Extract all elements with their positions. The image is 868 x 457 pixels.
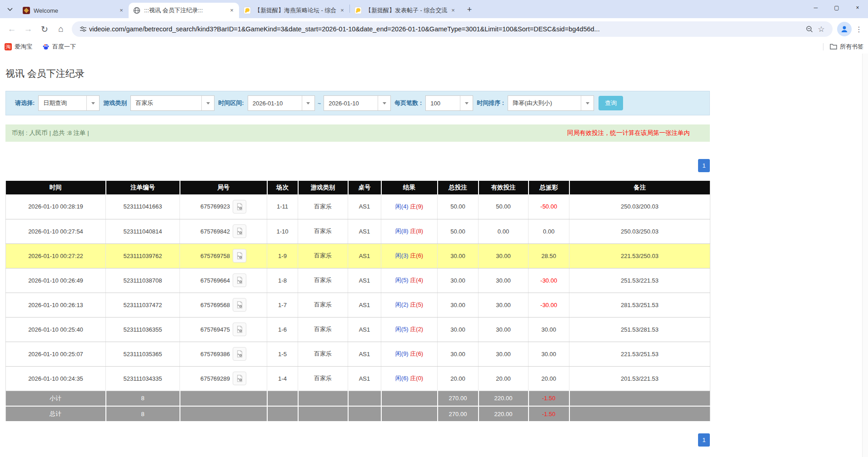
video-replay-button[interactable] [233,323,246,336]
video-replay-button[interactable] [233,224,246,238]
subtotal-row: 小计 8 270.00 220.00 -1.50 [6,391,710,406]
tab-post[interactable]: 【新提醒】发表帖子 - 综合交流 × [350,3,460,18]
back-button[interactable]: ← [4,21,20,37]
casino-favicon-icon [23,7,30,14]
cell-remark: 251.53/281.53 [569,317,710,342]
cell-valid-bet: 30.00 [479,268,529,293]
select-type-label: 请选择: [15,99,35,107]
cell-total-bet: 30.00 [438,293,479,317]
result-player: 闲(3) [395,252,409,259]
cell-table: AS1 [348,317,381,342]
close-window-button[interactable]: × [847,0,868,15]
browser-menu-button[interactable]: ⋮ [853,22,864,36]
total-valid-bet: 220.00 [479,406,529,422]
cell-bet-id: 523111040814 [106,219,180,243]
result-banker: 庄(0) [410,375,423,382]
cell-session: 1-4 [267,366,298,391]
video-replay-button[interactable] [233,200,246,214]
cell-total-bet: 30.00 [438,243,479,268]
tab-strip: Welcome × :::视讯 会员下注纪录::: × 【新提醒】海燕策略论坛 … [0,0,868,18]
cell-time: 2026-01-10 00:25:07 [6,342,106,366]
filter-panel: 请选择: 日期查询 游戏类别 百家乐 时间区间: 2026-01-10 ~ [5,91,710,115]
per-page-select[interactable]: 100 [425,95,473,111]
cell-time: 2026-01-10 00:25:40 [6,317,106,342]
cell-total-bet: 20.00 [438,366,479,391]
date-start-select[interactable]: 2026-01-10 [248,95,315,111]
search-button[interactable]: 查询 [599,96,623,110]
maximize-button[interactable]: ▢ [826,0,847,15]
game-type-select[interactable]: 百家乐 [130,95,215,111]
all-bookmarks-label[interactable]: 所有书签 [840,43,863,51]
bookmarks-bar: 淘 爱淘宝 百度一下 所有书签 [0,40,868,54]
site-settings-icon[interactable] [77,23,89,35]
sort-select[interactable]: 降幂(由大到小) [508,95,594,111]
cell-round: 675769475 [180,317,267,342]
query-type-select[interactable]: 日期查询 [38,95,100,111]
cell-round: 675769289 [180,366,267,391]
video-replay-button[interactable] [233,249,246,263]
film-icon [235,227,244,235]
cell-time: 2026-01-10 00:28:19 [6,194,106,219]
scrollbar[interactable] [862,54,868,457]
chevron-down-icon [302,96,314,110]
cell-valid-bet: 30.00 [479,243,529,268]
col-remark: 备注 [569,181,710,194]
col-time: 时间 [6,181,106,194]
bookmark-aitaobao[interactable]: 淘 爱淘宝 [5,43,32,51]
bookmark-star-icon[interactable]: ☆ [815,23,827,35]
page-title: 视讯 会员下注纪录 [5,67,710,80]
bookmark-baidu[interactable]: 百度一下 [42,43,76,51]
cell-remark: 221.53/251.53 [569,342,710,366]
cell-round: 675769386 [180,342,267,366]
close-tab-icon[interactable]: × [339,7,346,14]
tab-bet-records[interactable]: :::视讯 会员下注纪录::: × [129,3,239,18]
tab-title: Welcome [34,7,118,14]
close-tab-icon[interactable]: × [449,7,457,14]
video-replay-button[interactable] [233,347,246,361]
cell-payout: -50.00 [529,194,569,219]
tab-search-button[interactable] [4,3,16,16]
cell-bet-id: 523111039762 [106,243,180,268]
cell-remark: 221.53/250.03 [569,243,710,268]
cell-bet-id: 523111038708 [106,268,180,293]
table-row: 2026-01-10 00:27:22 523111039762 6757697… [6,243,710,268]
profile-avatar[interactable] [837,22,852,36]
cell-total-bet: 30.00 [438,268,479,293]
film-icon [235,252,244,260]
minimize-button[interactable]: ─ [805,0,826,15]
video-replay-button[interactable] [233,298,246,312]
table-header-row: 时间 注单编号 局号 场次 游戏类别 桌号 结果 总投注 有效投注 总派彩 备注 [6,181,710,194]
subtotal-label: 小计 [6,391,106,406]
address-bar[interactable]: videoie.com/game/betrecord_search/kind3?… [72,21,833,37]
pagination-page-1-bottom[interactable]: 1 [698,433,710,447]
cell-remark: 250.03/200.03 [569,194,710,219]
cell-remark: 250.03/250.03 [569,219,710,243]
tab-welcome[interactable]: Welcome × [18,3,129,18]
notice-text: 同局有效投注，统一计算在该局第一张注单内 [567,129,690,137]
home-button[interactable]: ⌂ [53,21,69,37]
cell-table: AS1 [348,366,381,391]
sort-label: 时间排序 : [477,99,504,107]
cell-session: 1-8 [267,268,298,293]
tab-forum[interactable]: 【新提醒】海燕策略论坛 - 综合 × [239,3,349,18]
reload-button[interactable]: ↻ [37,21,52,37]
close-tab-icon[interactable]: × [118,7,125,14]
pagination-page-1-top[interactable]: 1 [698,159,710,172]
cell-bet-id: 523111036355 [106,317,180,342]
close-tab-icon[interactable]: × [228,7,235,14]
total-payout: -1.50 [529,406,569,422]
forward-button[interactable]: → [20,21,36,37]
result-banker: 庄(2) [410,326,423,333]
url-text[interactable]: videoie.com/game/betrecord_search/kind3?… [89,25,803,33]
baidu-paw-icon [42,43,50,50]
chevron-down-icon [86,96,99,110]
video-replay-button[interactable] [233,372,246,385]
video-replay-button[interactable] [233,273,246,287]
cell-payout: 30.00 [529,317,569,342]
result-banker: 庄(5) [410,301,423,308]
date-end-select[interactable]: 2026-01-10 [324,95,391,111]
new-tab-button[interactable]: + [463,3,476,16]
zoom-out-icon[interactable] [803,23,815,35]
result-player: 闲(5) [395,326,409,333]
forum-favicon-icon [354,7,362,14]
